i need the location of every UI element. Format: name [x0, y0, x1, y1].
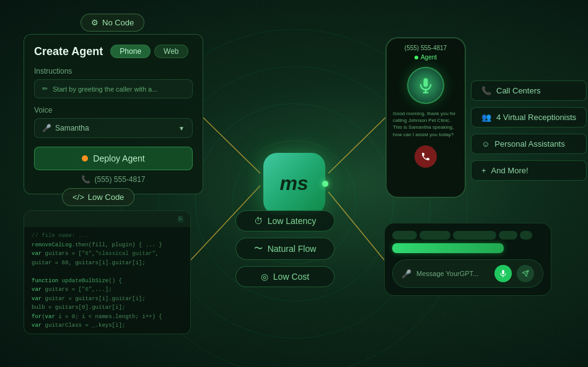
natural-flow-badge: 〜 Natural Flow — [235, 238, 335, 260]
chat-input-placeholder[interactable]: Message YourGPT... — [416, 270, 489, 277]
mic-btn-icon — [499, 269, 507, 278]
natural-flow-label: Natural Flow — [268, 244, 317, 254]
chat-widget: 🎤 Message YourGPT... — [384, 223, 551, 296]
and-more-badge: + And More! — [471, 160, 587, 181]
svg-rect-3 — [502, 270, 504, 274]
tab-web[interactable]: Web — [154, 45, 188, 58]
agent-label: Agent — [421, 54, 437, 61]
no-code-badge: ⚙ No Code — [81, 14, 144, 32]
virtual-receptionists-badge: 👥 4 Virtual Receptionists — [471, 107, 587, 127]
right-badges: 📞 Call Centers 👥 4 Virtual Receptionists… — [471, 80, 587, 181]
gear-icon: ⚙ — [91, 18, 99, 27]
plus-icon: + — [481, 166, 486, 175]
ms-logo: ms — [263, 153, 325, 215]
code-card-header: ⎘ — [24, 211, 190, 227]
status-dot — [415, 56, 418, 59]
deploy-btn-label: Deploy Agent — [93, 153, 144, 163]
mic-small-icon: 🎤 — [402, 269, 411, 278]
code-icon: </> — [72, 192, 84, 202]
low-code-badge: </> Low Code — [62, 188, 134, 206]
create-agent-card: Create Agent Phone Web Instructions ✏ St… — [24, 34, 203, 194]
chat-row-2 — [392, 243, 543, 253]
phone-status: Agent — [392, 54, 460, 61]
edit-icon: ✏ — [42, 85, 48, 93]
chat-bubble-dot-1 — [392, 231, 417, 240]
chat-bubble-dot-4 — [499, 231, 517, 240]
chat-bubble-container — [392, 231, 543, 253]
voice-value: Samantha — [55, 124, 89, 132]
people-icon: 👥 — [481, 113, 491, 122]
phone-number-bar: (555) 555-4817 — [392, 45, 460, 51]
low-cost-badge: ◎ Low Cost — [235, 266, 335, 287]
personal-assistants-badge: ☺ Personal Assistants — [471, 134, 587, 154]
send-icon — [522, 270, 529, 277]
deploy-dot-icon — [82, 155, 88, 162]
person-icon: ☺ — [481, 139, 489, 149]
chat-bubble-dot-3 — [453, 231, 496, 240]
chat-send-button[interactable] — [517, 265, 534, 282]
phone-message: Good morning, thank you for calling John… — [392, 110, 460, 138]
svg-rect-0 — [424, 78, 428, 87]
ms-logo-text: ms — [279, 172, 308, 195]
hangup-icon — [421, 152, 431, 162]
voice-select[interactable]: 🎤 Samantha ▼ — [34, 118, 193, 138]
no-code-label: No Code — [102, 18, 134, 27]
end-call-button[interactable] — [415, 145, 437, 168]
voice-icon: 🎤 — [42, 124, 51, 132]
mic-icon — [417, 77, 434, 94]
phone-number-display: 📞 (555) 555-4817 — [34, 175, 193, 184]
instructions-label: Instructions — [34, 67, 193, 76]
personal-assistants-label: Personal Assistants — [494, 139, 564, 149]
phone-mockup: (555) 555-4817 Agent Good morning, thank… — [385, 37, 466, 198]
tab-phone[interactable]: Phone — [110, 45, 151, 58]
copy-icon[interactable]: ⎘ — [178, 215, 183, 223]
phone-icon: 📞 — [481, 86, 491, 95]
virtual-receptionists-label: 4 Virtual Receptionists — [496, 113, 576, 122]
card-header: Create Agent Phone Web — [34, 45, 193, 58]
tab-group: Phone Web — [110, 45, 188, 58]
ms-logo-dot — [322, 181, 328, 187]
and-more-label: And More! — [491, 166, 529, 175]
call-centers-label: Call Centers — [496, 86, 541, 95]
feature-badges: ⏱ Low Latency 〜 Natural Flow ◎ Low Cost — [235, 210, 335, 287]
chat-input-row[interactable]: 🎤 Message YourGPT... — [392, 259, 543, 288]
clock-icon: ⏱ — [254, 216, 263, 226]
wave-icon: 〜 — [254, 243, 263, 254]
call-centers-badge: 📞 Call Centers — [471, 80, 587, 101]
phone-icon: 📞 — [81, 175, 90, 184]
card-title: Create Agent — [34, 45, 103, 58]
instructions-input[interactable]: ✏ Start by greeting the caller with a... — [34, 79, 193, 98]
low-latency-label: Low Latency — [268, 216, 317, 226]
coin-icon: ◎ — [261, 272, 268, 282]
chat-bubble-dot-2 — [419, 231, 450, 240]
chat-bubble-active — [392, 243, 504, 253]
instructions-placeholder-text: Start by greeting the caller with a... — [53, 85, 157, 93]
chevron-down-icon: ▼ — [178, 125, 185, 132]
chat-bubble-dot-5 — [520, 231, 532, 240]
deploy-agent-button[interactable]: Deploy Agent — [34, 147, 193, 170]
code-card: ⎘ // file name: ... removeCalLog.then(fi… — [24, 210, 191, 334]
chat-mic-button[interactable] — [494, 265, 512, 282]
code-content: // file name: ... removeCalLog.then(fill… — [24, 227, 190, 331]
chat-row-1 — [392, 231, 543, 240]
voice-label: Voice — [34, 106, 193, 114]
phone-avatar — [407, 67, 444, 104]
phone-number: (555) 555-4817 — [94, 175, 145, 184]
low-cost-label: Low Cost — [273, 272, 309, 282]
low-code-label: Low Code — [88, 192, 125, 202]
low-latency-badge: ⏱ Low Latency — [235, 210, 335, 231]
